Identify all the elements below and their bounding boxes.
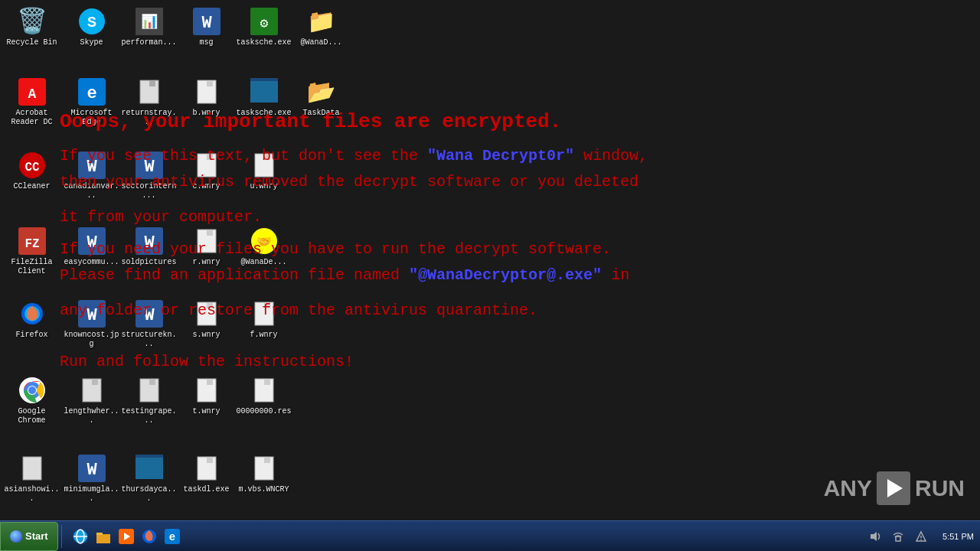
desktop-icon-performance[interactable]: 📊 performan... <box>120 6 178 47</box>
recycle-bin-label: Recycle Bin <box>6 38 57 47</box>
taskbar-folder-icon[interactable] <box>94 527 113 546</box>
taskbar-notification-icon[interactable] <box>912 527 930 546</box>
svg-rect-57 <box>207 379 213 385</box>
desktop-icon-wana2[interactable]: 🤝 @WanaDe... <box>235 226 292 267</box>
desktop-icon-00000res[interactable]: 00000000.res <box>235 375 292 416</box>
chrome-label: Google Chrome <box>5 407 60 425</box>
desktop-icon-mvbswncry[interactable]: m.vbs.WNCRY <box>235 453 292 494</box>
anyrun-text-run: RUN <box>915 475 965 501</box>
desktop-icon-recycle-bin[interactable]: 🗑️ Recycle Bin <box>3 6 60 47</box>
recycle-bin-icon: 🗑️ <box>17 6 47 37</box>
desktop-icon-msg[interactable]: W msg <box>178 6 235 47</box>
taskdl-icon <box>191 453 222 484</box>
tasksche-label: tasksche.exe <box>237 38 292 47</box>
desktop-icon-ccleaner[interactable]: CC CCleaner <box>3 150 60 191</box>
twnry-icon <box>191 375 222 406</box>
svg-text:S: S <box>87 14 96 31</box>
svg-rect-47 <box>264 302 270 308</box>
taskbar-volume-icon[interactable] <box>866 527 884 546</box>
wana1-icon: 📁 <box>306 6 337 37</box>
desktop-icon-lengthwhere[interactable]: lengthwher... <box>63 375 120 425</box>
taskbar-systray <box>860 527 936 546</box>
desktop-icon-fwnry[interactable]: f.wnry <box>235 298 292 340</box>
acrobat-icon: A <box>17 77 47 107</box>
desktop-icon-firefox[interactable]: Firefox <box>3 298 60 340</box>
minimumgla-label: minimumgla... <box>64 485 119 504</box>
filezilla-icon: FZ <box>17 226 47 256</box>
desktop-icon-uwnry[interactable]: u.wnry <box>235 150 292 191</box>
desktop-icon-skype[interactable]: S Skype <box>63 6 120 47</box>
structurekn-label: structurekn... <box>122 331 177 349</box>
svg-text:W: W <box>144 233 155 253</box>
desktop-icon-rwnry[interactable]: r.wnry <box>178 226 235 267</box>
taskbar-media-icon[interactable] <box>117 527 136 546</box>
desktop-icon-tasksche2[interactable]: tasksche.exe <box>235 77 292 118</box>
bwnry-icon <box>191 77 222 107</box>
wana1-label: @WanaD... <box>300 38 341 47</box>
taskbar-ie-icon[interactable] <box>71 527 90 546</box>
desktop-icon-acrobat[interactable]: A Acrobat Reader DC <box>3 77 60 127</box>
desktop-icon-taskdata[interactable]: 📂 TaskData <box>292 77 350 118</box>
filezilla-label: FileZilla Client <box>5 258 60 276</box>
desktop-icon-returnstray[interactable]: returnstray... <box>120 77 178 127</box>
svg-text:W: W <box>87 233 97 253</box>
desktop-icon-edge[interactable]: e Microsoft Edge <box>63 77 120 127</box>
desktop-icon-swnry[interactable]: s.wnry <box>178 298 235 340</box>
structurekn-icon: W <box>134 298 165 329</box>
desktop-icon-asianshow[interactable]: asianshowi... <box>3 453 60 504</box>
tasksche2-icon <box>249 77 279 107</box>
performance-label: performan... <box>122 38 177 47</box>
rwnry-label: r.wnry <box>192 258 220 267</box>
anyrun-watermark: ANY RUN <box>824 471 965 505</box>
desktop-icons: 🗑️ Recycle Bin S Skype 📊 performan... <box>0 0 980 520</box>
desktop-icon-easycommu[interactable]: W easycommu... <box>63 226 120 267</box>
svg-rect-16 <box>250 81 278 103</box>
svg-text:e: e <box>87 84 96 103</box>
desktop-icon-twnry[interactable]: t.wnry <box>178 375 235 416</box>
desktop-icon-cwnry[interactable]: c.wnry <box>178 150 235 191</box>
taskbar-clock[interactable]: 5:51 PM <box>936 532 980 541</box>
skype-icon: S <box>77 6 107 37</box>
00000res-label: 00000000.res <box>237 407 292 416</box>
desktop-icon-wana1[interactable]: 📁 @WanaD... <box>292 6 350 47</box>
fwnry-label: f.wnry <box>250 331 277 340</box>
desktop-icon-testingrape[interactable]: testingrape... <box>120 375 178 425</box>
svg-rect-60 <box>23 457 41 480</box>
svg-rect-55 <box>149 379 155 385</box>
desktop-icon-canadianvar[interactable]: W canadianvar... <box>63 150 120 201</box>
taskbar: Start <box>0 520 980 551</box>
res-icon <box>249 375 279 406</box>
taskbar-firefox-icon[interactable] <box>140 527 158 546</box>
uwnry-label: u.wnry <box>250 182 277 191</box>
svg-text:⚙: ⚙ <box>260 16 268 31</box>
chrome-icon <box>17 375 47 406</box>
svg-rect-45 <box>207 302 213 308</box>
desktop-icon-structurekn[interactable]: W structurekn... <box>120 298 178 349</box>
mvbswncry-label: m.vbs.WNCRY <box>238 485 289 494</box>
taskbar-edge-icon[interactable]: e <box>163 527 181 546</box>
desktop-icon-filezilla[interactable]: FZ FileZilla Client <box>3 226 60 276</box>
start-button[interactable]: Start <box>0 522 58 551</box>
desktop-icon-soldpictures[interactable]: W soldpictures... <box>120 226 178 276</box>
fwnry-icon <box>249 298 279 329</box>
msg-icon: W <box>191 6 222 37</box>
taskbar-quick-launch: e <box>65 527 188 546</box>
soldpictures-label: soldpictures... <box>122 258 177 276</box>
svg-text:W: W <box>144 158 155 177</box>
desktop-icon-bwnry[interactable]: b.wnry <box>178 77 235 118</box>
knowncost-label: knowncost.jpg <box>64 331 119 349</box>
firefox-icon <box>17 298 47 329</box>
svg-rect-53 <box>92 379 98 385</box>
lengthwhere-icon <box>77 375 107 406</box>
desktop-icon-knowncost[interactable]: W knowncost.jpg <box>63 298 120 349</box>
desktop-icon-thursdayca[interactable]: thursdayca... <box>120 453 178 504</box>
edge-label: Microsoft Edge <box>64 109 119 127</box>
desktop-icon-sectorintern[interactable]: W sectorintern... <box>120 150 178 201</box>
taskbar-network-icon[interactable] <box>889 527 907 546</box>
desktop-icon-chrome[interactable]: Google Chrome <box>3 375 60 425</box>
firefox-label: Firefox <box>15 331 47 340</box>
desktop-icon-minimumgla[interactable]: W minimumgla... <box>63 453 120 504</box>
desktop-icon-tasksche[interactable]: ⚙ tasksche.exe <box>235 6 292 47</box>
svg-rect-68 <box>264 457 270 463</box>
desktop-icon-taskdl[interactable]: taskdl.exe <box>178 453 235 494</box>
